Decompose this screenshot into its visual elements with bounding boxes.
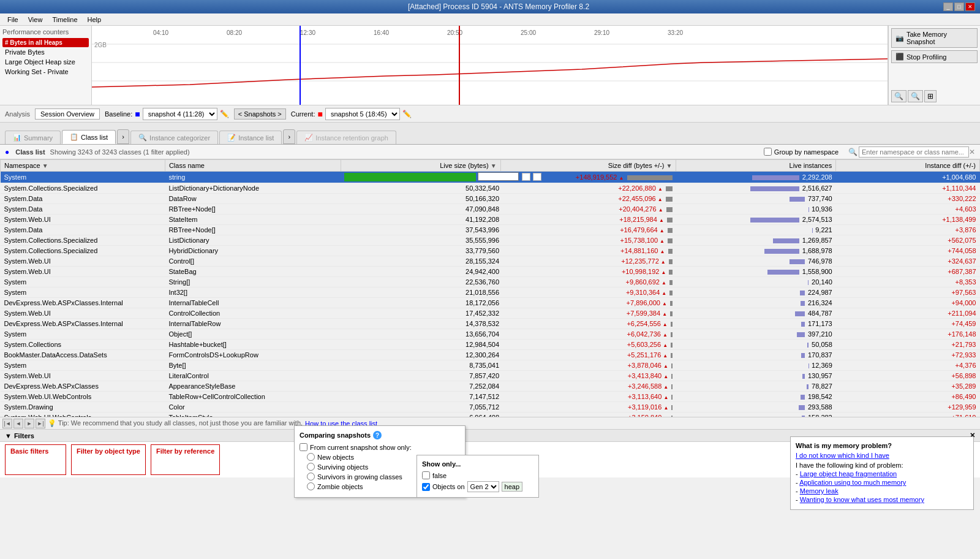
zombie-objects-radio[interactable] xyxy=(307,482,315,490)
col-namespace[interactable]: Namespace ▼ xyxy=(1,160,165,172)
table-row[interactable]: System string 334,843,440 ✂ ⊕ +148,919,5… xyxy=(1,172,980,183)
fit-btn[interactable]: ⊞ xyxy=(924,90,937,102)
table-row[interactable]: System.Web.UI ControlCollection 17,452,3… xyxy=(1,308,980,319)
table-row[interactable]: System String[] 22,536,760 +9,860,692 ▲ … xyxy=(1,277,980,287)
cell-classname: RBTree+Node[] xyxy=(165,225,341,235)
close-btn[interactable]: ✕ xyxy=(965,2,975,11)
baseline-edit-btn[interactable]: ✏️ xyxy=(220,110,229,118)
table-row[interactable]: System Int32[] 21,018,556 +9,310,364 ▲ 2… xyxy=(1,287,980,298)
svg-text:20:50: 20:50 xyxy=(447,29,462,36)
menu-help[interactable]: Help xyxy=(83,15,107,25)
menu-timeline[interactable]: Timeline xyxy=(47,15,82,25)
table-row[interactable]: System.Web.UI StateItem 41,192,208 +18,2… xyxy=(1,215,980,225)
tab-class-list[interactable]: 📋 Class list xyxy=(62,130,116,144)
cell-live-size: 41,192,208 xyxy=(341,215,500,225)
counter-loh-size[interactable]: Large Object Heap size xyxy=(2,57,89,67)
table-row[interactable]: System.Collections.Specialized ListDicti… xyxy=(1,183,980,194)
table-row[interactable]: System.Web.UI.WebControls TableRow+CellC… xyxy=(1,392,980,402)
col-classname[interactable]: Class name xyxy=(165,160,341,172)
help-icon[interactable]: ? xyxy=(373,431,382,439)
filters-content: Basic filters Filter by object type Filt… xyxy=(0,442,980,477)
table-row[interactable]: System.Collections Hashtable+bucket[] 12… xyxy=(1,340,980,350)
table-row[interactable]: System.Data RBTree+Node[] 37,543,996 +16… xyxy=(1,225,980,235)
window-controls[interactable]: _ □ ✕ xyxy=(943,2,975,11)
zoom-out-btn[interactable]: 🔍 xyxy=(908,90,923,102)
col-live-instances[interactable]: Live instances xyxy=(676,160,836,172)
dont-know-link[interactable]: I do not know which kind I have xyxy=(796,452,889,459)
table-row[interactable]: DevExpress.Web.ASPxClasses.Internal Inte… xyxy=(1,298,980,308)
stop-profiling-btn[interactable]: ⬛ Stop Profiling xyxy=(891,50,978,63)
nav-prev-btn[interactable]: ◄ xyxy=(13,419,23,428)
col-live-size[interactable]: Live size (bytes) ▼ xyxy=(341,160,500,172)
menu-view[interactable]: View xyxy=(23,15,48,25)
table-row[interactable]: BookMaster.DataAccess.DataSets FormContr… xyxy=(1,350,980,360)
new-objects-radio[interactable] xyxy=(307,453,315,461)
classes-with-source-checkbox[interactable] xyxy=(422,471,430,479)
gen-selector[interactable]: Gen 0 Gen 1 Gen 2 xyxy=(467,481,499,492)
table-wrap[interactable]: Namespace ▼ Class name Live size (bytes)… xyxy=(0,159,980,417)
current-edit-btn[interactable]: ✏️ xyxy=(402,110,412,118)
current-dropdown[interactable]: snapshot 5 (18:45) xyxy=(325,108,400,120)
classlist-title: Class list xyxy=(15,148,45,156)
most-memory-link[interactable]: - Wanting to know what uses most memory xyxy=(796,496,968,503)
group-namespace-checkbox[interactable] xyxy=(764,148,772,156)
class-search-input[interactable] xyxy=(859,146,969,158)
cell-size-diff: +14,881,160 ▲ xyxy=(500,246,676,256)
cell-classname: InternalTableRow xyxy=(165,319,341,329)
growing-classes-radio[interactable] xyxy=(307,473,315,481)
cell-live-size: 28,155,324 xyxy=(341,256,500,267)
table-row[interactable]: System.Web.UI StateBag 24,942,400 +10,99… xyxy=(1,267,980,277)
perf-chart-svg: 2GB 04:10 08:20 12:30 16:40 20:50 25:00 … xyxy=(92,26,888,105)
table-row[interactable]: System.Web.UI LiteralControl 7,857,420 +… xyxy=(1,371,980,381)
nav-last-btn[interactable]: ►| xyxy=(36,419,45,428)
surviving-objects-radio[interactable] xyxy=(307,463,315,471)
snapshots-nav-btn[interactable]: < Snapshots > xyxy=(234,108,286,120)
table-row[interactable]: System Object[] 13,656,704 +6,042,736 ▲ … xyxy=(1,329,980,340)
loh-frag-link[interactable]: - Large object heap fragmentation xyxy=(796,470,968,477)
col-inst-diff[interactable]: Instance diff (+/-) xyxy=(836,160,980,172)
tab-summary[interactable]: 📊 Summary xyxy=(5,131,61,144)
table-row[interactable]: DevExpress.Web.ASPxClasses.Internal Inte… xyxy=(1,319,980,329)
memory-leak-link[interactable]: - Memory leak xyxy=(796,487,968,495)
col-size-diff[interactable]: Size diff (bytes +/-) ▼ xyxy=(500,160,676,172)
nav-first-btn[interactable]: |◄ xyxy=(2,419,12,428)
table-row[interactable]: System.Web.UI.WebControls TableItemStyle… xyxy=(1,413,980,417)
counter-bytes-heaps[interactable]: # Bytes in all Heaps xyxy=(2,38,89,47)
group-namespace-check[interactable]: Group by namespace xyxy=(764,148,839,156)
counter-working-set[interactable]: Working Set - Private xyxy=(2,67,89,77)
baseline-dropdown[interactable]: snapshot 4 (11:28) xyxy=(143,108,217,120)
session-overview-tab[interactable]: Session Overview xyxy=(35,108,100,120)
table-row[interactable]: System.Web.UI Control[] 28,155,324 +12,2… xyxy=(1,256,980,267)
tab-instance-categorizer[interactable]: 🔍 Instance categorizer xyxy=(130,131,218,144)
table-row[interactable]: System.Collections.Specialized ListDicti… xyxy=(1,235,980,246)
search-clear-btn[interactable]: ✕ xyxy=(969,148,975,156)
minimize-btn[interactable]: _ xyxy=(943,2,953,11)
table-row[interactable]: System.Collections.Specialized HybridDic… xyxy=(1,246,980,256)
list-icon: 📋 xyxy=(70,133,78,141)
cell-live-size: 7,857,420 xyxy=(341,371,500,381)
tab-arrow-1[interactable]: › xyxy=(117,129,129,144)
take-snapshot-btn[interactable]: 📷 Take Memory Snapshot xyxy=(891,28,978,48)
table-row[interactable]: DevExpress.Web.ASPxClasses AppearanceSty… xyxy=(1,381,980,392)
from-snapshot-checkbox[interactable] xyxy=(300,443,307,451)
perf-counters-label: Performance counters xyxy=(2,28,89,36)
menu-file[interactable]: File xyxy=(2,15,23,25)
stop-icon: ⬛ xyxy=(895,53,904,61)
comparing-title: Comparing snapshots ? xyxy=(300,431,460,439)
table-row[interactable]: System.Data RBTree+Node[] 47,090,848 +20… xyxy=(1,204,980,215)
cell-size-diff: +7,896,000 ▲ xyxy=(500,298,676,308)
tab-arrow-2[interactable]: › xyxy=(283,129,295,144)
too-much-memory-link[interactable]: - Application using too much memory xyxy=(796,479,968,486)
cell-live-instances: 484,787 xyxy=(676,308,836,319)
counter-private-bytes[interactable]: Private Bytes xyxy=(2,47,89,57)
table-row[interactable]: System.Drawing Color 7,055,712 +3,119,01… xyxy=(1,402,980,413)
nav-next-btn[interactable]: ► xyxy=(24,419,34,428)
objects-on-checkbox[interactable] xyxy=(422,483,430,491)
maximize-btn[interactable]: □ xyxy=(954,2,964,11)
zoom-in-btn[interactable]: 🔍 xyxy=(891,90,907,102)
table-row[interactable]: System Byte[] 8,735,041 +3,878,046 ▲ 12,… xyxy=(1,360,980,371)
table-row[interactable]: System.Data DataRow 50,166,320 +22,455,0… xyxy=(1,194,980,204)
tab-retention-graph[interactable]: 📈 Instance retention graph xyxy=(296,131,396,144)
nav-arrows: |◄ ◄ ► ►| xyxy=(2,419,45,428)
tab-instance-list[interactable]: 📝 Instance list xyxy=(219,131,282,144)
